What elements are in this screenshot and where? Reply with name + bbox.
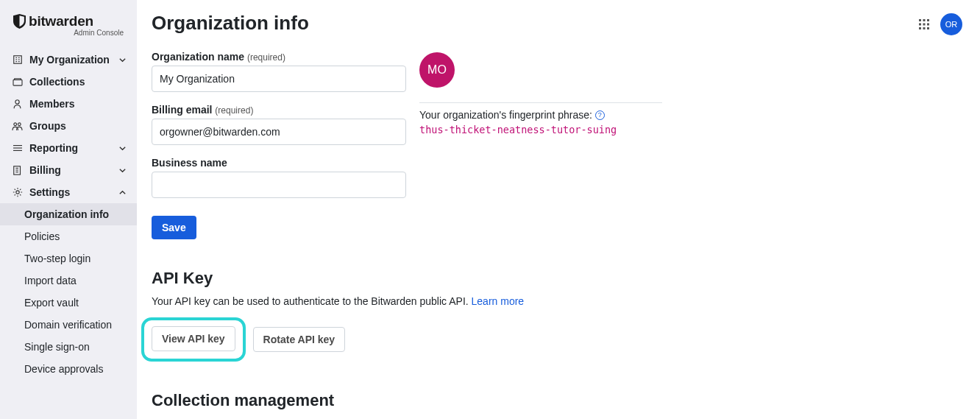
sidebar-item-label: My Organization [29,54,110,66]
business-name-input[interactable] [152,172,406,198]
page-title: Organization info [152,12,965,35]
svg-rect-20 [923,19,926,21]
org-name-input[interactable] [152,66,406,92]
collection-management-heading: Collection management [152,391,965,410]
billing-email-input[interactable] [152,119,406,145]
sidebar-item-settings[interactable]: Settings [0,181,137,203]
api-key-description: Your API key can be used to authenticate… [152,295,965,307]
chevron-down-icon [118,166,127,175]
rotate-api-key-button[interactable]: Rotate API key [253,327,346,352]
org-name-label: Organization name (required) [152,51,406,63]
sidebar: bitwarden Admin Console My Organization … [0,0,137,419]
svg-rect-19 [919,19,921,21]
sidebar-item-label: Members [29,98,74,110]
svg-point-18 [15,191,18,194]
shield-icon [13,14,26,29]
sidebar-item-label: Settings [29,186,70,198]
sidebar-sub-device-approvals[interactable]: Device approvals [0,358,137,380]
brand-name: bitwarden [29,13,93,29]
brand-logo[interactable]: bitwarden [13,13,125,29]
view-api-key-button[interactable]: View API key [152,326,235,351]
billing-email-field-group: Billing email (required) [152,104,406,145]
sidebar-item-collections[interactable]: Collections [0,71,137,93]
main-content: OR Organization info Organization name (… [137,0,980,419]
svg-point-10 [18,122,21,125]
sidebar-item-label: Reporting [29,142,78,154]
api-key-heading: API Key [152,269,965,288]
sidebar-item-label: Groups [29,120,66,132]
api-learn-more-link[interactable]: Learn more [472,295,525,307]
sidebar-sub-single-sign-on[interactable]: Single sign-on [0,336,137,358]
svg-rect-23 [923,24,926,26]
svg-rect-26 [923,27,926,29]
gear-icon [12,187,23,197]
sidebar-item-label: Billing [29,164,61,176]
sidebar-item-label: Collections [29,76,85,88]
divider [419,102,662,103]
sidebar-sub-export-vault[interactable]: Export vault [0,292,137,314]
brand-block: bitwarden Admin Console [0,13,137,44]
svg-rect-0 [13,56,21,64]
sidebar-sub-import-data[interactable]: Import data [0,270,137,292]
billing-email-label: Billing email (required) [152,104,406,116]
org-name-field-group: Organization name (required) [152,51,406,92]
svg-rect-25 [919,27,921,29]
svg-rect-22 [919,24,921,26]
sidebar-sub-two-step-login[interactable]: Two-step login [0,247,137,270]
org-info-form: Organization name (required) Billing ema… [152,51,965,239]
sidebar-sub-organization-info[interactable]: Organization info [0,203,137,225]
svg-point-8 [15,100,19,104]
help-icon[interactable]: ? [595,110,605,120]
highlight-ring: View API key [141,317,246,362]
api-key-buttons: View API key Rotate API key [152,317,965,362]
sidebar-item-reporting[interactable]: Reporting [0,137,137,159]
svg-rect-24 [927,24,929,26]
business-name-field-group: Business name [152,157,406,198]
fingerprint-label: Your organization's fingerprint phrase: … [419,109,662,121]
brand-subtitle: Admin Console [13,29,125,37]
groups-icon [12,122,23,131]
business-name-label: Business name [152,157,406,169]
topbar: OR [918,13,962,35]
svg-rect-21 [927,19,929,21]
sidebar-sub-domain-verification[interactable]: Domain verification [0,314,137,336]
member-icon [12,99,23,109]
user-avatar[interactable]: OR [940,13,962,35]
billing-icon [12,165,23,175]
building-icon [12,54,23,65]
collections-icon [12,77,23,86]
sidebar-item-members[interactable]: Members [0,93,137,115]
chevron-down-icon [118,144,127,152]
reporting-icon [12,144,23,152]
svg-rect-7 [13,80,22,85]
sidebar-item-billing[interactable]: Billing [0,159,137,181]
svg-point-9 [14,122,17,125]
fingerprint-phrase: thus-thicket-neatness-tutor-suing [419,124,662,135]
sidebar-item-groups[interactable]: Groups [0,115,137,137]
settings-subnav: Organization info Policies Two-step logi… [0,203,137,380]
svg-rect-27 [927,27,929,29]
chevron-up-icon [118,189,127,197]
apps-grid-icon[interactable] [918,18,930,30]
sidebar-sub-policies[interactable]: Policies [0,225,137,247]
chevron-down-icon [118,56,127,64]
sidebar-nav: My Organization Collections Members Grou… [0,49,137,380]
save-button[interactable]: Save [152,216,196,239]
org-avatar[interactable]: MO [419,52,455,88]
sidebar-item-my-organization[interactable]: My Organization [0,49,137,71]
